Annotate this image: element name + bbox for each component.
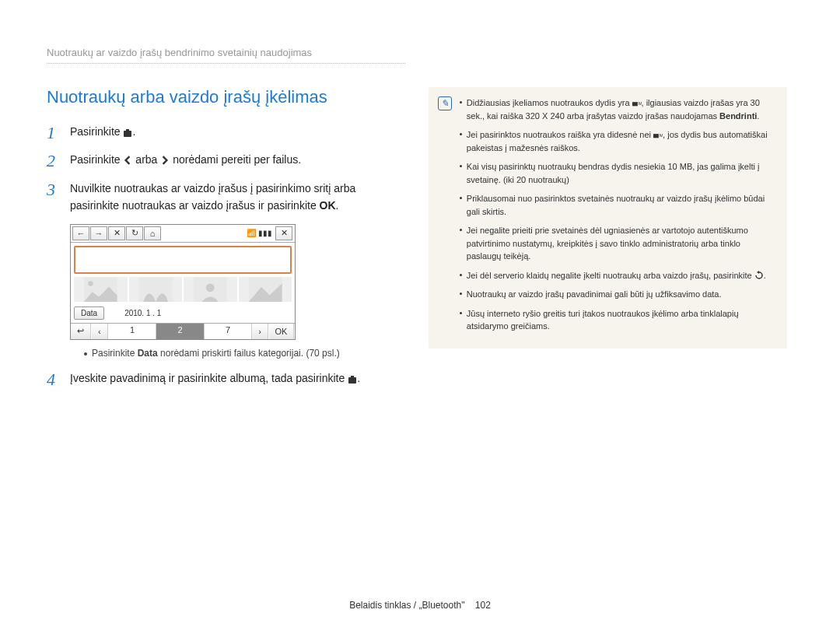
svg-rect-10 (632, 102, 638, 106)
date-label: 2010. 1 . 1 (124, 309, 161, 317)
thumbnail[interactable] (239, 277, 292, 302)
chevron-left-icon (123, 153, 132, 166)
close-button[interactable]: ✕ (108, 226, 125, 240)
page-indicator[interactable]: 2 (156, 324, 205, 339)
page-title: Nuotraukų arba vaizdo įrašų įkėlimas (47, 87, 405, 107)
back-button[interactable]: ← (72, 226, 89, 240)
svg-rect-1 (126, 129, 129, 131)
upload-icon (348, 370, 357, 387)
note-item: Jei dėl serverio klaidų negalite įkelti … (460, 269, 776, 282)
note-item: Kai visų pasirinktų nuotraukų bendras dy… (460, 160, 776, 186)
note-list: Didžiausias įkeliamos nuotraukos dydis y… (460, 96, 776, 339)
page-number: 102 (475, 600, 491, 611)
bullet-icon (84, 352, 87, 356)
svg-point-3 (88, 281, 93, 285)
note-box: ✎ Didžiausias įkeliamos nuotraukos dydis… (429, 87, 787, 349)
thumbnail[interactable] (184, 277, 237, 302)
note-item: Jei negalite prieiti prie svetainės dėl … (460, 224, 776, 263)
device-ui-screenshot: ← → ✕ ↻ ⌂ 📶 ▮▮▮ ✕ Data 2010. 1 . 1 (70, 224, 296, 340)
svg-rect-4 (138, 277, 172, 302)
step-number: 2 (47, 151, 61, 171)
selection-area[interactable] (74, 246, 292, 274)
return-button[interactable]: ↩ (71, 324, 91, 339)
svg-rect-8 (348, 377, 356, 384)
thumbnail-row (74, 277, 292, 302)
step-4: 4 Įveskite pavadinimą ir pasirinkite alb… (47, 370, 405, 390)
step-number: 4 (47, 370, 61, 390)
refresh-button[interactable]: ↻ (126, 226, 143, 240)
ok-button[interactable]: OK (269, 324, 294, 339)
right-column: ✎ Didžiausias įkeliamos nuotraukos dydis… (429, 87, 787, 398)
step-text: Nuvilkite nuotraukas ar vaizdo įrašus į … (70, 180, 405, 215)
thumbnail[interactable] (74, 277, 128, 302)
forward-button[interactable]: → (90, 226, 107, 240)
ui-toolbar: ← → ✕ ↻ ⌂ 📶 ▮▮▮ ✕ (71, 225, 295, 243)
ui-bottom-bar: ↩ ‹ 1 2 7 › OK (71, 323, 295, 339)
footer-section: Belaidis tinklas / „Bluetooth" (349, 600, 464, 611)
data-category-button[interactable]: Data (74, 306, 104, 320)
note-item: Didžiausias įkeliamos nuotraukos dydis y… (460, 96, 776, 122)
sub-bullet: Pasirinkite Data norėdami priskirti fail… (84, 348, 405, 359)
svg-rect-0 (124, 131, 131, 137)
step-number: 1 (47, 123, 61, 143)
info-icon: ✎ (438, 96, 452, 110)
size-icon: M (653, 130, 663, 139)
page-footer: Belaidis tinklas / „Bluetooth" 102 (0, 600, 840, 611)
page-indicator[interactable]: 7 (205, 324, 253, 339)
step-text: Pasirinkite . (70, 123, 135, 141)
home-button[interactable]: ⌂ (144, 226, 161, 240)
step-3: 3 Nuvilkite nuotraukas ar vaizdo įrašus … (47, 180, 405, 215)
page-indicator[interactable]: 1 (109, 324, 157, 339)
thumbnail[interactable] (129, 277, 183, 302)
step-2: 2 Pasirinkite arba norėdami pereiti per … (47, 151, 405, 171)
step-text: Pasirinkite arba norėdami pereiti per fa… (70, 151, 301, 168)
step-1: 1 Pasirinkite . (47, 123, 405, 143)
chevron-right-icon (160, 153, 170, 166)
upload-icon (123, 124, 132, 141)
note-item: Nuotraukų ar vaizdo įrašų pavadinimai ga… (460, 288, 776, 301)
left-column: Nuotraukų arba vaizdo įrašų įkėlimas 1 P… (47, 87, 405, 398)
next-page-button[interactable]: › (252, 324, 268, 339)
svg-rect-9 (351, 376, 354, 378)
step-number: 3 (47, 180, 61, 200)
refresh-icon (754, 271, 764, 280)
close-x-button[interactable]: ✕ (275, 226, 292, 240)
note-item: Jūsų interneto ryšio greitis turi įtakos… (460, 307, 776, 333)
prev-page-button[interactable]: ‹ (92, 324, 108, 339)
note-item: Jei pasirinktos nuotraukos raiška yra di… (460, 128, 776, 154)
svg-rect-12 (653, 134, 659, 138)
size-icon: M (632, 98, 642, 107)
step-text: Įveskite pavadinimą ir pasirinkite album… (70, 370, 360, 387)
svg-point-6 (206, 283, 215, 292)
signal-icon: 📶 ▮▮▮ (243, 229, 275, 237)
note-item: Priklausomai nuo pasirinktos svetainės n… (460, 192, 776, 218)
breadcrumb: Nuotraukų ar vaizdo įrašų bendrinimo sve… (47, 47, 405, 64)
